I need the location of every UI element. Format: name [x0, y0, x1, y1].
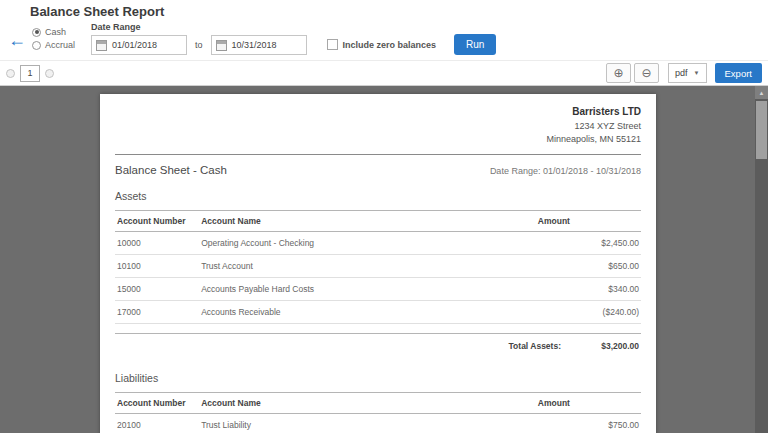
section-title: Assets [115, 190, 641, 202]
account-name-cell: Trust Account [199, 254, 536, 277]
end-date-value: 10/31/2018 [232, 40, 277, 50]
cash-radio[interactable]: Cash [32, 27, 75, 37]
radio-selected-icon [32, 28, 41, 37]
company-address-line1: 1234 XYZ Street [115, 120, 641, 133]
report-title-row: Balance Sheet - Cash Date Range: 01/01/2… [115, 164, 641, 176]
company-address-line2: Minneapolis, MN 55121 [115, 133, 641, 146]
export-button[interactable]: Export [715, 63, 762, 83]
column-account-number: Account Number [115, 210, 199, 231]
company-name: Barristers LTD [115, 105, 641, 120]
account-name-cell: Trust Liability [199, 413, 536, 433]
amount-cell: $750.00 [536, 413, 641, 433]
include-zero-balances-label: Include zero balances [343, 40, 437, 50]
back-arrow-icon[interactable]: ← [8, 31, 26, 49]
include-zero-balances-checkbox[interactable] [327, 39, 338, 50]
scrollbar-thumb[interactable] [756, 101, 767, 159]
pager [6, 65, 54, 82]
column-amount: Amount [536, 392, 641, 413]
total-amount: $3,200.00 [561, 341, 639, 351]
amount-cell: $340.00 [536, 277, 641, 300]
page-number-input[interactable] [20, 65, 40, 82]
next-page-button[interactable] [45, 69, 54, 78]
date-range-to-label: to [195, 40, 203, 50]
report-canvas: Barristers LTD 1234 XYZ Street Minneapol… [0, 86, 768, 433]
include-zero-balances-option[interactable]: Include zero balances [327, 39, 437, 50]
calendar-icon[interactable] [96, 40, 107, 51]
section-title: Liabilities [115, 372, 641, 384]
column-account-name: Account Name [199, 210, 536, 231]
start-date-value: 01/01/2018 [112, 40, 157, 50]
end-date-input[interactable]: 10/31/2018 [211, 35, 307, 55]
cash-radio-label: Cash [45, 27, 66, 37]
viewer-toolbar: ⊕ ⊖ pdf ▼ Export [0, 60, 768, 86]
section-total: Total Assets: $3,200.00 [115, 333, 641, 357]
amount-cell: ($240.00) [536, 300, 641, 323]
report-page: Barristers LTD 1234 XYZ Street Minneapol… [100, 94, 656, 433]
radio-unselected-icon [32, 41, 41, 50]
table-header-row: Account Number Account Name Amount [115, 392, 641, 413]
amount-cell: $650.00 [536, 254, 641, 277]
run-button[interactable]: Run [454, 34, 496, 55]
account-name-cell: Operating Account - Checking [199, 231, 536, 254]
report-controls: ← Cash Accrual Date Range 01/01/2018 to [0, 19, 768, 60]
format-select[interactable]: pdf ▼ [668, 63, 706, 83]
liabilities-table: Account Number Account Name Amount 20100… [115, 392, 641, 433]
format-select-value: pdf [675, 68, 688, 78]
calendar-icon[interactable] [216, 40, 227, 51]
table-row: 20100 Trust Liability $750.00 [115, 413, 641, 433]
account-number-cell: 20100 [115, 413, 199, 433]
viewer-toolbar-right: ⊕ ⊖ pdf ▼ Export [606, 63, 762, 83]
account-name-cell: Accounts Payable Hard Costs [199, 277, 536, 300]
date-range-block: Date Range 01/01/2018 to 10/31/2018 [91, 22, 307, 55]
section-assets: Assets Account Number Account Name Amoun… [115, 190, 641, 357]
start-date-input[interactable]: 01/01/2018 [91, 35, 187, 55]
zoom-out-icon: ⊖ [642, 66, 652, 80]
column-amount: Amount [536, 210, 641, 231]
chevron-down-icon: ▼ [694, 70, 700, 76]
amount-cell: $2,450.00 [536, 231, 641, 254]
section-liabilities: Liabilities Account Number Account Name … [115, 372, 641, 433]
table-row: 10100 Trust Account $650.00 [115, 254, 641, 277]
account-number-cell: 17000 [115, 300, 199, 323]
report-date-range: Date Range: 01/01/2018 - 10/31/2018 [490, 166, 641, 176]
date-range-label: Date Range [91, 22, 307, 32]
header-divider [115, 154, 641, 155]
report-title: Balance Sheet - Cash [115, 164, 227, 176]
scroll-up-arrow-icon[interactable]: ▲ [755, 86, 768, 99]
account-number-cell: 10000 [115, 231, 199, 254]
account-number-cell: 10100 [115, 254, 199, 277]
column-account-number: Account Number [115, 392, 199, 413]
table-row: 10000 Operating Account - Checking $2,45… [115, 231, 641, 254]
assets-table: Account Number Account Name Amount 10000… [115, 210, 641, 324]
report-header: Balance Sheet Report ← Cash Accrual Date… [0, 0, 768, 60]
zoom-out-button[interactable]: ⊖ [634, 63, 659, 83]
basis-radio-group: Cash Accrual [32, 27, 75, 50]
page-title: Balance Sheet Report [0, 4, 768, 19]
table-row: 15000 Accounts Payable Hard Costs $340.0… [115, 277, 641, 300]
column-account-name: Account Name [199, 392, 536, 413]
accrual-radio[interactable]: Accrual [32, 40, 75, 50]
table-header-row: Account Number Account Name Amount [115, 210, 641, 231]
zoom-in-icon: ⊕ [614, 66, 624, 80]
account-number-cell: 15000 [115, 277, 199, 300]
account-name-cell: Accounts Receivable [199, 300, 536, 323]
company-address-block: Barristers LTD 1234 XYZ Street Minneapol… [115, 105, 641, 146]
zoom-in-button[interactable]: ⊕ [606, 63, 631, 83]
previous-page-button[interactable] [6, 69, 15, 78]
total-label: Total Assets: [509, 341, 561, 351]
vertical-scrollbar[interactable]: ▲ [755, 86, 768, 433]
table-row: 17000 Accounts Receivable ($240.00) [115, 300, 641, 323]
accrual-radio-label: Accrual [45, 40, 75, 50]
